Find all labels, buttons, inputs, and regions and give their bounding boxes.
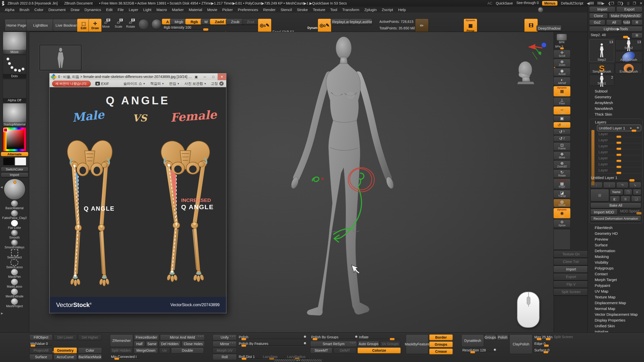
menu-item[interactable]: Render — [261, 7, 278, 12]
menu-item[interactable]: Marker — [170, 7, 186, 12]
bottom-button[interactable]: Colorize — [357, 347, 401, 353]
texture-action-button[interactable]: Split Screen — [553, 288, 589, 295]
tool-export-button[interactable]: Export — [616, 7, 642, 12]
tray-item[interactable]: FabioPaiva_Clay2 — [3, 210, 27, 220]
viewer-menu[interactable]: 책갈피▼ — [150, 81, 164, 86]
tray-item[interactable]: BasicMaterial — [3, 200, 27, 210]
alternate-button[interactable]: Alternate — [1, 152, 28, 156]
layer-arrow-button[interactable]: ↓ — [603, 182, 615, 188]
bottom-button[interactable]: AccuCurve — [54, 354, 77, 360]
menu-item[interactable]: Alpha — [3, 7, 17, 12]
step2-r-button[interactable]: R — [631, 33, 642, 38]
tool-section[interactable]: ArrayMesh — [589, 100, 642, 106]
bottom-button[interactable]: Uv — [159, 347, 170, 353]
tray-item[interactable]: MaskPen — [3, 269, 27, 279]
zcut-button[interactable]: Zcut — [242, 19, 259, 25]
menu-item[interactable]: Brush — [17, 7, 31, 12]
strip-tool[interactable]: ◍ Ghost — [553, 199, 571, 207]
menu-item[interactable]: Dynamics — [82, 7, 103, 12]
texture-action-button[interactable]: Export — [553, 273, 589, 280]
tool-section[interactable]: Contact — [589, 271, 642, 277]
menu-item[interactable]: Transform — [340, 7, 361, 12]
dock-right-icon[interactable]: ❐❯ — [618, 1, 624, 5]
bottom-button[interactable]: Roll Dist 1 — [238, 354, 261, 359]
bottom-button[interactable]: Split Hidden — [110, 347, 133, 353]
main-alt-color-swatches[interactable] — [3, 157, 26, 165]
bottom-button[interactable]: BackfaceMask — [78, 354, 102, 360]
menus-button[interactable]: Menus — [542, 1, 557, 6]
texture-action-button[interactable]: Clone Txtr — [553, 258, 589, 265]
menu-item[interactable]: Texture — [311, 7, 328, 12]
bottom-button[interactable]: Morph UV — [213, 347, 237, 353]
tray-expand-icon[interactable]: ▶ — [1, 312, 3, 315]
menu-item[interactable]: Movie — [205, 7, 219, 12]
lightbox-button[interactable]: LightBox — [26, 19, 55, 31]
texture-action-button[interactable]: Flip V — [553, 281, 589, 288]
zsub-button[interactable]: Zsub — [226, 19, 245, 25]
strip-tool[interactable]: ✛ Scroll — [553, 50, 571, 58]
goz-button[interactable]: GoZ — [589, 20, 605, 25]
viewer-menu[interactable]: 사진 보관함▼ — [184, 81, 206, 86]
stroke-dots[interactable]: Dots — [3, 55, 26, 78]
empty-layer-row[interactable]: Layer — [597, 143, 641, 149]
clone-button[interactable]: Clone — [589, 13, 608, 19]
viewer-maximize-button[interactable]: □ — [209, 73, 218, 80]
stroke-preview-move[interactable]: Move — [3, 32, 26, 54]
texture-action-button[interactable]: Texture On — [553, 251, 589, 258]
strip-tool[interactable]: ⊕ Zoom3D — [553, 160, 571, 169]
strip-tool[interactable]: ↺ XYZ — [553, 122, 571, 128]
tool-thumbnail[interactable]: 2 Step1 — [589, 75, 614, 86]
bottom-button[interactable]: Mirror And Weld — [160, 334, 205, 340]
bottom-button[interactable]: LazyRadius — [286, 354, 310, 359]
bottom-button[interactable]: Surface — [29, 354, 53, 360]
bottom-button[interactable]: Crease — [429, 348, 453, 354]
strip-tool[interactable]: Line Fill ▦ PolyF — [553, 178, 571, 189]
tool-thumbnail[interactable]: 13 Step2 — [615, 39, 642, 50]
persp-button[interactable]: Dynamic▦Persp — [464, 19, 477, 33]
spix-slider[interactable]: SPix 3 — [553, 45, 570, 49]
viewer-fullscreen-button[interactable]: ▣ — [192, 73, 200, 80]
gravity-pencil-icon[interactable]: ✏ — [415, 19, 429, 33]
goz-visible-button[interactable]: Visible — [623, 20, 630, 25]
viewer-menu[interactable]: 편집▼ — [169, 81, 179, 86]
tool-section[interactable]: Geometry — [589, 94, 642, 100]
exif-button[interactable]: ◉ EXIF — [95, 82, 109, 86]
strip-tool[interactable]: ✥ Move — [553, 151, 571, 160]
bottom-button[interactable]: FreezeBorder — [134, 334, 159, 340]
eye-icon[interactable]: 👁 — [636, 126, 639, 130]
empty-layer-row[interactable]: Layer — [597, 155, 641, 161]
home-page-button[interactable]: Home Page — [5, 19, 28, 31]
bpr-button[interactable]: BPR — [553, 33, 570, 44]
menu-item[interactable]: Light — [141, 7, 154, 12]
bottom-button[interactable]: Color — [78, 347, 102, 353]
tray-item[interactable]: Flat Color — [3, 220, 27, 230]
strip-tool[interactable]: ↺ Y — [553, 129, 571, 135]
menu-item[interactable]: Zscript — [379, 7, 395, 12]
tray-item[interactable]: Smooth — [3, 230, 27, 240]
edit-button[interactable]: ⬚Edit — [77, 19, 90, 33]
layer-icon-button[interactable]: ✕ — [633, 189, 641, 195]
viewer-menu[interactable]: 슬라이드 쇼▼ — [124, 81, 145, 86]
texture-preview[interactable] — [553, 229, 571, 250]
record-deformation-button[interactable]: Record Deformation Animation — [590, 216, 641, 221]
pin-toggle[interactable]: 고정✔ — [211, 81, 224, 86]
bottom-button[interactable]: Mirror — [213, 341, 237, 347]
bottom-button[interactable]: Uv Groups — [380, 341, 400, 347]
tool-section[interactable]: FiberMesh — [589, 225, 642, 231]
wireframe-sphere-icon[interactable] — [138, 19, 149, 30]
live-boolean-button[interactable]: Live Boolean — [53, 19, 80, 31]
bottom-button[interactable]: Half — [134, 341, 145, 347]
strip-tool[interactable]: ↺ Z — [553, 135, 571, 142]
bottom-slider[interactable]: Min Connected I — [110, 354, 140, 359]
strip-tool[interactable]: ↔ L.Sym — [553, 106, 571, 115]
menu-item[interactable]: Help — [396, 7, 408, 12]
bottom-button[interactable]: StoreMT — [310, 347, 332, 353]
tool-section[interactable]: Displacement Map — [589, 300, 642, 306]
bottom-slider[interactable]: Max 25 Min — [533, 334, 551, 340]
bottom-slider[interactable]: Edge 0 — [533, 341, 551, 346]
viewer-close-button[interactable]: ✕ — [218, 73, 226, 80]
close-button[interactable]: ✕ — [639, 1, 642, 5]
bake-all-button[interactable]: Bake All — [590, 203, 641, 208]
strip-tool[interactable]: Dynamic ▦ Persp — [553, 86, 571, 97]
replay-last-rel-button[interactable]: ReplayLastRel — [349, 19, 372, 25]
